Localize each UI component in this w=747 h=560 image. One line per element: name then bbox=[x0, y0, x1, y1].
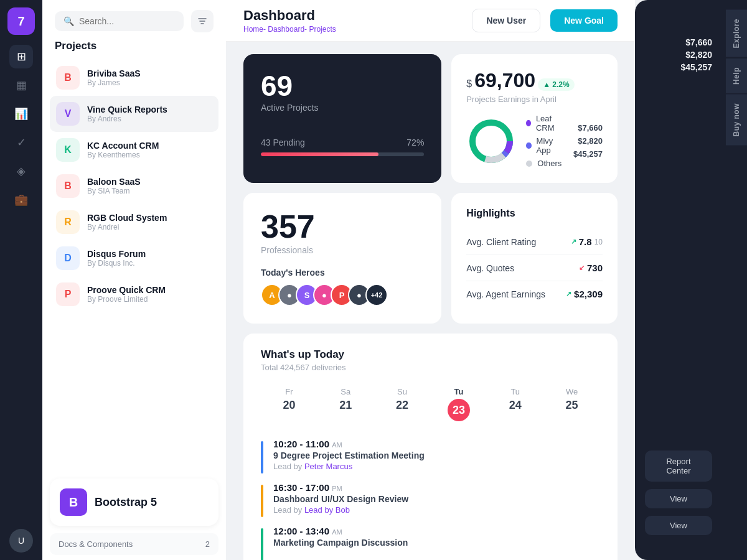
project-item[interactable]: B Briviba SaaS By James bbox=[50, 60, 218, 96]
event-person-link[interactable]: Lead by Bob bbox=[304, 505, 350, 515]
project-info: Proove Quick CRM By Proove Limited bbox=[87, 285, 166, 304]
project-item[interactable]: D Disqus Forum By Disqus Inc. bbox=[50, 240, 218, 276]
sidebar-icon-user[interactable]: U bbox=[9, 529, 33, 553]
earnings-value: $7,660 bbox=[573, 123, 603, 133]
bootstrap-logo: B bbox=[60, 488, 87, 516]
highlight-value: ↙ 730 bbox=[579, 263, 603, 273]
project-name: Briviba SaaS bbox=[87, 68, 141, 78]
event-time: 10:20 - 11:00 AM bbox=[273, 439, 425, 449]
topbar-title-block: Dashboard Home- Dashboard- Projects bbox=[243, 7, 462, 34]
dashboard-body: 69 Active Projects 43 Pending 72% $ 69,7… bbox=[226, 42, 635, 560]
sidebar-icon-work[interactable]: 💼 bbox=[9, 188, 33, 212]
calendar-day-today[interactable]: Tu 23 bbox=[430, 382, 487, 426]
avatar: U bbox=[9, 529, 33, 553]
new-user-button[interactable]: New User bbox=[472, 9, 540, 32]
page-title: Dashboard bbox=[243, 7, 462, 24]
sidebar-icon-grid[interactable]: ⊞ bbox=[9, 45, 33, 68]
legend-name: Mivy App bbox=[537, 136, 563, 155]
event-person-link[interactable]: Peter Marcus bbox=[304, 462, 352, 471]
day-number: 25 bbox=[548, 399, 595, 412]
right-tab-button[interactable]: Explore bbox=[726, 10, 747, 57]
right-tab-button[interactable]: Help bbox=[726, 58, 747, 93]
event-time: 16:30 - 17:00 PM bbox=[273, 482, 408, 493]
earnings-label: Projects Earnings in April bbox=[466, 95, 603, 104]
project-info: RGB Cloud System By Andrei bbox=[87, 213, 167, 231]
new-goal-button[interactable]: New Goal bbox=[550, 9, 618, 32]
legend-dot bbox=[526, 120, 531, 126]
highlight-row: Avg. Client Rating ↗ 7.8 10 bbox=[466, 229, 603, 255]
active-projects-label: Active Projects bbox=[261, 103, 424, 113]
sidebar-icon-apps[interactable]: ▦ bbox=[9, 73, 33, 97]
calendar-day[interactable]: Fr 20 bbox=[261, 382, 317, 426]
day-name: Sa bbox=[322, 387, 369, 396]
project-author: By Andrei bbox=[87, 223, 167, 231]
earnings-dollar: $ bbox=[466, 78, 472, 90]
report-center-button[interactable]: Report Center bbox=[645, 450, 712, 482]
search-box[interactable]: 🔍 bbox=[55, 11, 184, 31]
bootstrap-card[interactable]: B Bootstrap 5 bbox=[50, 478, 218, 526]
event-item: 12:00 - 13:40 AM Marketing Campaign Disc… bbox=[261, 526, 600, 560]
day-number: 23 bbox=[448, 399, 470, 421]
project-logo: V bbox=[56, 102, 80, 126]
day-name: Tu bbox=[492, 387, 538, 396]
project-name: Vine Quick Reports bbox=[87, 105, 167, 114]
project-author: By Andres bbox=[87, 114, 167, 123]
event-details: 16:30 - 17:00 PM Dashboard UI/UX Design … bbox=[273, 482, 408, 515]
project-item[interactable]: V Vine Quick Reports By Andres bbox=[50, 96, 218, 132]
highlights-list: Avg. Client Rating ↗ 7.8 10 Avg. Quotes … bbox=[466, 229, 603, 307]
project-item[interactable]: B Baloon SaaS By SIA Team bbox=[50, 168, 218, 204]
search-input[interactable] bbox=[79, 16, 175, 26]
legend-item: Mivy App bbox=[526, 136, 563, 155]
event-lead: Lead by Peter Marcus bbox=[273, 462, 425, 471]
project-name: Disqus Forum bbox=[87, 249, 146, 259]
breadcrumb-dash: Dashboard- bbox=[268, 25, 307, 34]
right-tab-button[interactable]: Buy now bbox=[726, 95, 747, 146]
earn-value: $2,820 bbox=[685, 50, 712, 60]
sidebar-icon-layers[interactable]: ◈ bbox=[9, 159, 33, 183]
sidebar: 7 ⊞ ▦ 📊 ✓ ◈ 💼 U bbox=[0, 0, 42, 560]
legend-item: Others bbox=[526, 159, 563, 168]
project-item[interactable]: K KC Account CRM By Keenthemes bbox=[50, 132, 218, 168]
calendar-day[interactable]: Tu 24 bbox=[487, 382, 543, 426]
earn-mini: $7,660$2,820$45,257 bbox=[645, 37, 712, 72]
earn-value: $7,660 bbox=[685, 37, 712, 47]
main-content: Dashboard Home- Dashboard- Projects New … bbox=[226, 0, 635, 560]
calendar-title: What's up Today bbox=[261, 348, 346, 361]
view-button-2[interactable]: View bbox=[645, 516, 712, 535]
project-logo: B bbox=[56, 174, 80, 198]
calendar-day[interactable]: We 25 bbox=[543, 382, 600, 426]
sidebar-icon-check[interactable]: ✓ bbox=[9, 131, 33, 154]
earn-mini-value: $7,660 bbox=[645, 37, 712, 47]
event-item: 16:30 - 17:00 PM Dashboard UI/UX Design … bbox=[261, 482, 600, 517]
event-lead: Lead by Lead by Bob bbox=[273, 505, 408, 515]
day-name: Tu bbox=[435, 387, 482, 396]
calendar-day[interactable]: Sa 21 bbox=[317, 382, 374, 426]
calendar-days: Fr 20 Sa 21 Su 22 Tu 23 Tu 24 We 25 bbox=[261, 382, 600, 426]
calendar-subtitle: Total 424,567 deliveries bbox=[261, 363, 346, 372]
project-info: Vine Quick Reports By Andres bbox=[87, 105, 167, 123]
project-item[interactable]: P Proove Quick CRM By Proove Limited bbox=[50, 276, 218, 312]
pending-count: 43 Pending bbox=[261, 138, 305, 147]
calendar-day[interactable]: Su 22 bbox=[374, 382, 431, 426]
project-author: By Keenthemes bbox=[87, 151, 159, 159]
legend-dot bbox=[526, 161, 532, 167]
sidebar-icon-chart[interactable]: 📊 bbox=[9, 102, 33, 126]
earnings-number: 69,700 bbox=[474, 69, 535, 92]
docs-bar[interactable]: Docs & Components 2 bbox=[50, 533, 218, 555]
project-logo: P bbox=[56, 282, 80, 306]
breadcrumb-current: Projects bbox=[309, 25, 336, 34]
ampm: AM bbox=[332, 441, 342, 449]
project-item[interactable]: R RGB Cloud System By Andrei bbox=[50, 204, 218, 240]
docs-label: Docs & Components bbox=[59, 539, 133, 549]
project-author: By SIA Team bbox=[87, 187, 141, 195]
ampm: PM bbox=[332, 485, 342, 492]
project-name: KC Account CRM bbox=[87, 141, 159, 151]
earnings-amount: $ 69,700 ▲ 2.2% bbox=[466, 69, 603, 92]
day-number: 22 bbox=[379, 399, 426, 412]
professionals-card: 357 Professionals Today's Heroes A●S●P●+… bbox=[243, 193, 441, 324]
view-button-1[interactable]: View bbox=[645, 489, 712, 508]
filter-button[interactable] bbox=[191, 10, 214, 32]
event-details: 12:00 - 13:40 AM Marketing Campaign Disc… bbox=[273, 526, 408, 549]
active-projects-number: 69 bbox=[261, 72, 424, 100]
highlight-label: Avg. Quotes bbox=[466, 263, 514, 273]
